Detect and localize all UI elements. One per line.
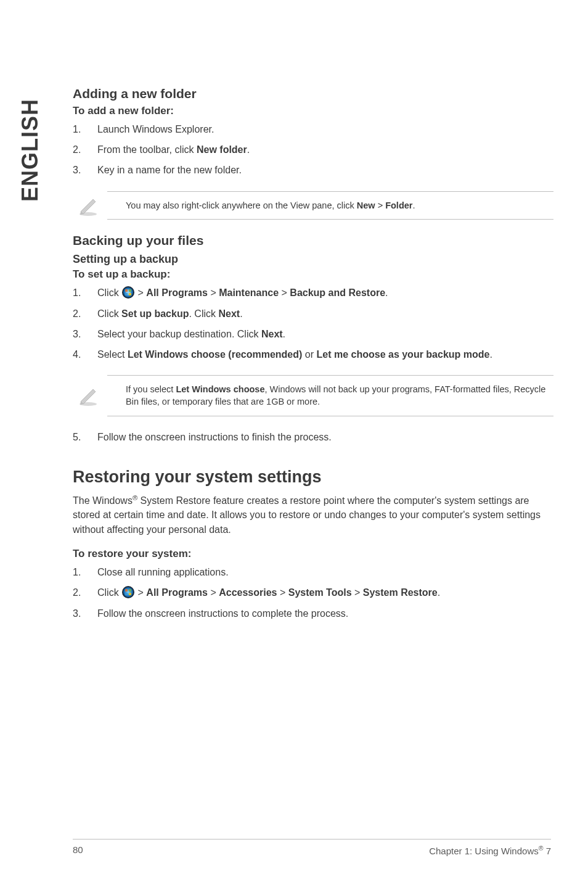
bold-text: New folder	[197, 144, 247, 155]
svg-marker-10	[81, 389, 96, 404]
note-block: You may also right-click anywhere on the…	[73, 191, 553, 220]
list-item: 2. Click Set up backup. Click Next.	[73, 307, 553, 321]
heading-backup: Backing up your files	[73, 233, 553, 248]
text: Click	[97, 587, 121, 598]
bold-text: Maintenance	[219, 287, 279, 298]
step-text: Select your backup destination. Click Ne…	[97, 327, 553, 341]
step-text: Select Let Windows choose (recommended) …	[97, 347, 553, 361]
svg-rect-17	[129, 593, 131, 595]
text: .	[247, 144, 250, 155]
svg-rect-15	[129, 589, 131, 592]
page-footer: 80 Chapter 1: Using Windows® 7	[0, 839, 588, 856]
page-content: Adding a new folder To add a new folder:…	[73, 86, 553, 627]
windows-orb-icon	[121, 286, 135, 299]
list-item: 3. Key in a name for the new folder.	[73, 163, 553, 177]
list-item: 1. Click > All Programs > Maintenance > …	[73, 286, 553, 300]
bold-text: System Tools	[288, 587, 352, 598]
text: .	[412, 200, 415, 210]
text: . Click	[189, 308, 218, 319]
page-number: 80	[73, 844, 83, 856]
step-text: Follow the onscreen instructions to fini…	[97, 430, 553, 444]
language-tab: ENGLISH	[17, 99, 43, 202]
text: Click	[97, 287, 121, 298]
list-item: 1. Launch Windows Explorer.	[73, 122, 553, 136]
text: Chapter 1: Using Windows	[429, 846, 539, 856]
text: >	[375, 200, 386, 210]
list-item: 5. Follow the onscreen instructions to f…	[73, 430, 553, 444]
sup-text: ®	[133, 494, 137, 501]
bold-text: System Restore	[363, 587, 438, 598]
heading-restore: Restoring your system settings	[73, 468, 553, 487]
sub-add-folder: To add a new folder:	[73, 105, 553, 117]
bold-text: Next	[261, 329, 283, 339]
svg-rect-8	[129, 293, 131, 295]
text: Select your backup destination. Click	[97, 329, 261, 339]
text: >	[277, 587, 288, 598]
svg-rect-14	[125, 589, 128, 592]
text: System Restore feature creates a restore…	[73, 495, 541, 534]
note-text: If you select Let Windows choose, Window…	[107, 375, 553, 416]
step-number: 4.	[73, 347, 97, 361]
sub-restore: To restore your system:	[73, 548, 553, 560]
step-number: 2.	[73, 142, 97, 157]
svg-rect-6	[129, 289, 131, 292]
text: >	[208, 587, 219, 598]
chapter-label: Chapter 1: Using Windows® 7	[429, 844, 551, 856]
text: .	[283, 329, 285, 339]
step-number: 1.	[73, 565, 97, 579]
text: .	[385, 287, 388, 298]
heading-add-folder: Adding a new folder	[73, 86, 553, 101]
footer-line: 80 Chapter 1: Using Windows® 7	[73, 839, 551, 856]
backup-list-2: 5. Follow the onscreen instructions to f…	[73, 430, 553, 444]
step-number: 2.	[73, 585, 97, 600]
backup-list: 1. Click > All Programs > Maintenance > …	[73, 286, 553, 361]
text: 7	[543, 846, 551, 856]
step-text: Click Set up backup. Click Next.	[97, 307, 553, 321]
step-text: Follow the onscreen instructions to comp…	[97, 606, 553, 621]
step-number: 3.	[73, 163, 97, 177]
step-text: Click > All Programs > Accessories > Sys…	[97, 585, 553, 600]
bold-text: Let Windows choose (recommended)	[128, 349, 302, 360]
step-number: 3.	[73, 327, 97, 341]
text: Select	[97, 349, 128, 360]
step-text: Click > All Programs > Maintenance > Bac…	[97, 286, 553, 300]
text: .	[240, 308, 242, 319]
step-number: 1.	[73, 286, 97, 300]
step-text: From the toolbar, click New folder.	[97, 142, 553, 157]
text: >	[135, 587, 146, 598]
step-number: 2.	[73, 307, 97, 321]
list-item: 2. From the toolbar, click New folder.	[73, 142, 553, 157]
svg-point-13	[123, 587, 133, 597]
subb-backup: To set up a backup:	[73, 268, 553, 281]
text: .	[489, 349, 492, 360]
text: .	[438, 587, 440, 598]
text: Click	[97, 308, 121, 319]
bold-text: Folder	[385, 200, 412, 210]
svg-rect-5	[125, 289, 128, 292]
text: If you select	[126, 384, 176, 394]
text: >	[352, 587, 363, 598]
restore-para: The Windows® System Restore feature crea…	[73, 493, 553, 537]
svg-rect-16	[125, 593, 128, 595]
sub-backup: Setting up a backup	[73, 253, 553, 266]
restore-list: 1. Close all running applications. 2. Cl…	[73, 565, 553, 621]
bold-text: All Programs	[146, 587, 208, 598]
step-text: Close all running applications.	[97, 565, 553, 579]
bold-text: Next	[218, 308, 240, 319]
step-text: Launch Windows Explorer.	[97, 122, 553, 136]
note-text: You may also right-click anywhere on the…	[107, 191, 553, 220]
windows-orb-icon	[121, 585, 135, 599]
pencil-icon	[73, 193, 104, 218]
svg-marker-1	[81, 199, 96, 214]
text: or	[302, 349, 316, 360]
step-number: 3.	[73, 606, 97, 621]
step-number: 1.	[73, 122, 97, 136]
text: The Windows	[73, 495, 133, 506]
bold-text: All Programs	[146, 287, 208, 298]
bold-text: Backup and Restore	[290, 287, 385, 298]
bold-text: New	[357, 200, 375, 210]
text: You may also right-click anywhere on the…	[126, 200, 357, 210]
list-item: 3. Follow the onscreen instructions to c…	[73, 606, 553, 621]
step-text: Key in a name for the new folder.	[97, 163, 553, 177]
add-folder-list: 1. Launch Windows Explorer. 2. From the …	[73, 122, 553, 178]
